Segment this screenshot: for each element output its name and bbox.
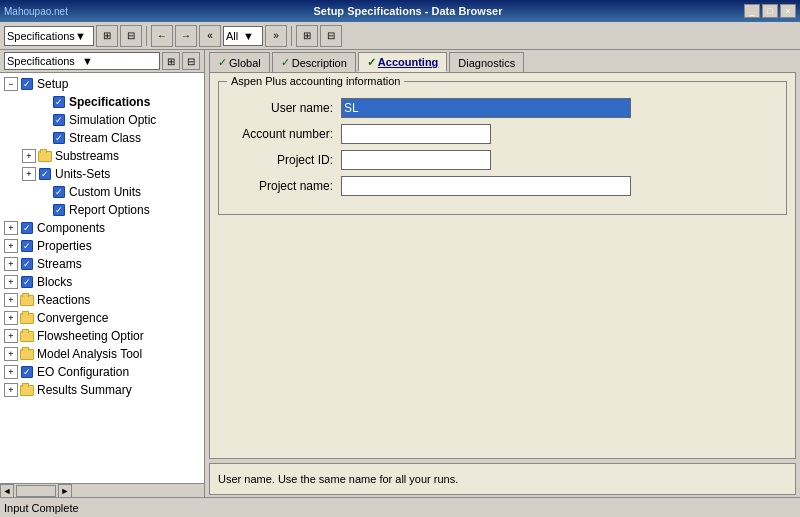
breadcrumb-dropdown[interactable]: Specifications ▼: [4, 26, 94, 46]
hscroll-right[interactable]: ►: [58, 484, 72, 498]
right-panel: ✓ Global ✓ Description ✓ Accounting Diag…: [205, 50, 800, 497]
dropdown-arrow-icon[interactable]: ▼: [75, 30, 91, 42]
hscroll-left[interactable]: ◄: [0, 484, 14, 498]
left-panel-btn-1[interactable]: ⊞: [162, 52, 180, 70]
toolbar-icon-btn-2[interactable]: ⊟: [120, 25, 142, 47]
next-button[interactable]: »: [265, 25, 287, 47]
tree-item-model-analysis-tool[interactable]: + Model Analysis Tool: [0, 345, 204, 363]
user-name-input[interactable]: [341, 98, 631, 118]
folder-icon-results: [20, 383, 34, 397]
forward-button[interactable]: →: [175, 25, 197, 47]
prev-button[interactable]: «: [199, 25, 221, 47]
check-icon-streams: ✓: [20, 257, 34, 271]
tree-item-flowsheeting-options[interactable]: + Flowsheeting Optior: [0, 327, 204, 345]
tree-item-properties[interactable]: + ✓ Properties: [0, 237, 204, 255]
check-icon-custom-units: ✓: [52, 185, 66, 199]
tree-label-report-options: Report Options: [69, 203, 150, 217]
tree-item-substreams[interactable]: + Substreams: [0, 147, 204, 165]
tree-item-setup[interactable]: − ✓ Setup: [0, 75, 204, 93]
expand-placeholder-3: [36, 131, 50, 145]
tree-item-simulation-options[interactable]: ✓ Simulation Optic: [0, 111, 204, 129]
close-button[interactable]: ×: [780, 4, 796, 18]
tree-item-results-summary[interactable]: + Results Summary: [0, 381, 204, 399]
expand-placeholder-2: [36, 113, 50, 127]
expand-flowsheeting[interactable]: +: [4, 329, 18, 343]
tree-view: − ✓ Setup ✓ Specifications ✓ Simulation …: [0, 73, 204, 483]
tab-global[interactable]: ✓ Global: [209, 52, 270, 72]
check-icon-blocks: ✓: [20, 275, 34, 289]
project-id-input[interactable]: [341, 150, 491, 170]
filter-arrow-icon[interactable]: ▼: [243, 30, 260, 42]
tree-item-convergence[interactable]: + Convergence: [0, 309, 204, 327]
expand-placeholder: [36, 95, 50, 109]
hscroll-thumb[interactable]: [16, 485, 56, 497]
view-btn-1[interactable]: ⊞: [296, 25, 318, 47]
window-controls[interactable]: _ □ ×: [744, 4, 796, 18]
tree-item-eo-configuration[interactable]: + ✓ EO Configuration: [0, 363, 204, 381]
filter-dropdown[interactable]: All ▼: [223, 26, 263, 46]
tree-item-report-options[interactable]: ✓ Report Options: [0, 201, 204, 219]
tab-check-description: ✓: [281, 56, 290, 69]
window-title: Setup Specifications - Data Browser: [72, 5, 744, 17]
expand-eo-config[interactable]: +: [4, 365, 18, 379]
tab-bar: ✓ Global ✓ Description ✓ Accounting Diag…: [205, 50, 800, 72]
check-icon-setup: ✓: [20, 77, 34, 91]
expand-streams[interactable]: +: [4, 257, 18, 271]
left-panel-hscroll[interactable]: ◄ ►: [0, 483, 204, 497]
filter-text: All: [226, 30, 243, 42]
tab-diagnostics[interactable]: Diagnostics: [449, 52, 524, 72]
folder-icon-substreams: [38, 149, 52, 163]
tab-accounting[interactable]: ✓ Accounting: [358, 52, 448, 72]
project-name-row: Project name:: [231, 176, 774, 196]
tree-label-custom-units: Custom Units: [69, 185, 141, 199]
description-text: User name. Use the same name for all you…: [218, 473, 458, 485]
expand-components[interactable]: +: [4, 221, 18, 235]
maximize-button[interactable]: □: [762, 4, 778, 18]
content-area: Aspen Plus accounting information User n…: [209, 72, 796, 459]
expand-model-analysis[interactable]: +: [4, 347, 18, 361]
tree-item-specifications[interactable]: ✓ Specifications: [0, 93, 204, 111]
back-button[interactable]: ←: [151, 25, 173, 47]
expand-properties[interactable]: +: [4, 239, 18, 253]
tree-label-blocks: Blocks: [37, 275, 72, 289]
view-btn-2[interactable]: ⊟: [320, 25, 342, 47]
check-icon-units-sets: ✓: [38, 167, 52, 181]
toolbar: Specifications ▼ ⊞ ⊟ ← → « All ▼ » ⊞ ⊟: [0, 22, 800, 50]
left-panel-dropdown[interactable]: Specifications ▼: [4, 52, 160, 70]
tree-label-convergence: Convergence: [37, 311, 108, 325]
breadcrumb-text: Specifications: [7, 30, 75, 42]
tree-item-blocks[interactable]: + ✓ Blocks: [0, 273, 204, 291]
expand-blocks[interactable]: +: [4, 275, 18, 289]
tree-item-reactions[interactable]: + Reactions: [0, 291, 204, 309]
toolbar-icon-btn-1[interactable]: ⊞: [96, 25, 118, 47]
tree-item-custom-units[interactable]: ✓ Custom Units: [0, 183, 204, 201]
left-panel-btn-2[interactable]: ⊟: [182, 52, 200, 70]
minimize-button[interactable]: _: [744, 4, 760, 18]
tree-item-components[interactable]: + ✓ Components: [0, 219, 204, 237]
expand-placeholder-4: [36, 185, 50, 199]
toolbar-separator-1: [146, 26, 147, 46]
tree-label-model-analysis: Model Analysis Tool: [37, 347, 142, 361]
tab-label-global: Global: [229, 57, 261, 69]
expand-reactions[interactable]: +: [4, 293, 18, 307]
expand-units-sets[interactable]: +: [22, 167, 36, 181]
expand-setup[interactable]: −: [4, 77, 18, 91]
form-group-legend: Aspen Plus accounting information: [227, 75, 404, 87]
expand-results-summary[interactable]: +: [4, 383, 18, 397]
account-number-input[interactable]: [341, 124, 491, 144]
left-panel-dropdown-arrow[interactable]: ▼: [82, 55, 157, 67]
project-name-input[interactable]: [341, 176, 631, 196]
left-panel-dropdown-text: Specifications: [7, 55, 82, 67]
tree-item-streams[interactable]: + ✓ Streams: [0, 255, 204, 273]
expand-substreams[interactable]: +: [22, 149, 36, 163]
folder-icon-reactions: [20, 293, 34, 307]
tab-description[interactable]: ✓ Description: [272, 52, 356, 72]
tree-item-units-sets[interactable]: + ✓ Units-Sets: [0, 165, 204, 183]
expand-placeholder-5: [36, 203, 50, 217]
tree-label-properties: Properties: [37, 239, 92, 253]
expand-convergence[interactable]: +: [4, 311, 18, 325]
tree-label-eo-config: EO Configuration: [37, 365, 129, 379]
folder-icon-flowsheeting: [20, 329, 34, 343]
left-panel: Specifications ▼ ⊞ ⊟ − ✓ Setup ✓ Specifi…: [0, 50, 205, 497]
tree-item-stream-class[interactable]: ✓ Stream Class: [0, 129, 204, 147]
